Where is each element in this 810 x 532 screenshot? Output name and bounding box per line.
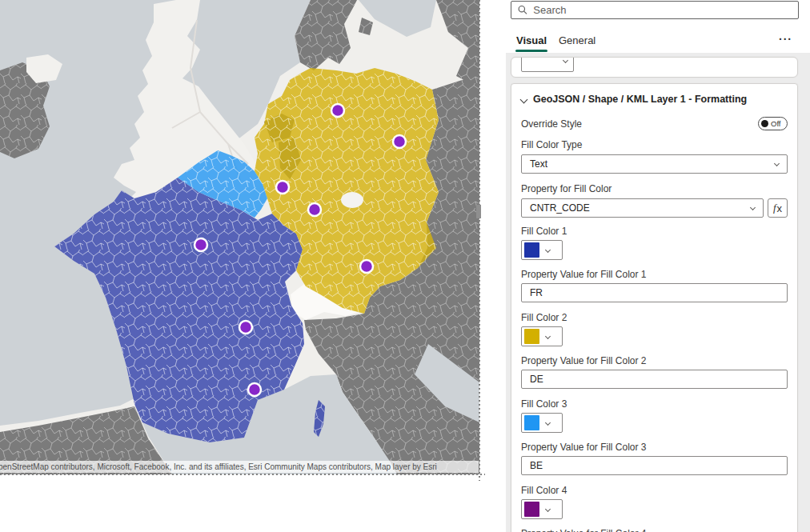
visual-selection-border-right[interactable] bbox=[479, 0, 480, 481]
visual-selection-border-bottom[interactable] bbox=[0, 474, 485, 475]
fill-color-2-label: Fill Color 2 bbox=[521, 312, 788, 323]
tab-general[interactable]: General bbox=[559, 34, 595, 46]
section-title: GeoJSON / Shape / KML Layer 1 - Formatti… bbox=[533, 94, 747, 105]
chevron-down-icon bbox=[545, 247, 551, 253]
property-value-4-label: Property Value for Fill Color 4 bbox=[521, 528, 788, 532]
fill-color-type-label: Fill Color Type bbox=[521, 139, 788, 150]
property-value-1-label: Property Value for Fill Color 1 bbox=[521, 269, 788, 280]
override-style-label: Override Style bbox=[521, 118, 582, 130]
visual-resize-handle[interactable] bbox=[476, 205, 481, 218]
search-box[interactable] bbox=[511, 1, 799, 19]
property-value-2-input[interactable] bbox=[530, 374, 779, 385]
fill-color-3-picker[interactable] bbox=[521, 413, 563, 433]
map-marker[interactable] bbox=[276, 181, 289, 194]
map-marker[interactable] bbox=[194, 238, 207, 251]
collapse-chevron-icon[interactable] bbox=[520, 95, 528, 103]
truncated-dropdown[interactable] bbox=[521, 57, 574, 72]
property-value-1-input[interactable] bbox=[530, 287, 779, 298]
map-marker[interactable] bbox=[308, 203, 321, 216]
property-for-fill-label: Property for Fill Color bbox=[521, 183, 788, 194]
chevron-down-icon bbox=[774, 161, 780, 166]
property-for-fill-dropdown[interactable]: CNTR_CODE bbox=[521, 198, 764, 218]
chevron-down-icon bbox=[750, 205, 756, 210]
property-for-fill-value: CNTR_CODE bbox=[530, 202, 590, 214]
fill-color-4-picker[interactable] bbox=[521, 499, 563, 519]
germany-data-gap bbox=[341, 192, 363, 208]
toggle-state-label: Off bbox=[771, 119, 781, 128]
search-icon bbox=[518, 5, 527, 15]
europe-map[interactable] bbox=[0, 0, 479, 474]
chevron-down-icon bbox=[545, 506, 551, 512]
chevron-down-icon bbox=[563, 58, 568, 63]
format-pane: Visual General ··· GeoJSON / Shape / KML… bbox=[506, 0, 810, 532]
property-value-3-label: Property Value for Fill Color 3 bbox=[521, 442, 788, 453]
fill-color-2-swatch bbox=[524, 329, 539, 344]
fill-color-1-label: Fill Color 1 bbox=[521, 226, 788, 237]
map-marker[interactable] bbox=[393, 135, 406, 148]
formatting-card: GeoJSON / Shape / KML Layer 1 - Formatti… bbox=[511, 83, 798, 532]
scrolled-card-fragment bbox=[511, 57, 798, 78]
toggle-knob bbox=[761, 120, 768, 127]
property-value-3-field bbox=[521, 456, 788, 475]
fx-conditional-format-button[interactable]: fx bbox=[768, 198, 788, 218]
chevron-down-icon bbox=[545, 420, 551, 426]
search-input[interactable] bbox=[533, 4, 792, 16]
fill-color-type-value: Text bbox=[530, 158, 547, 170]
fill-color-3-label: Fill Color 3 bbox=[521, 398, 788, 410]
map-marker[interactable] bbox=[360, 260, 373, 273]
property-value-3-input[interactable] bbox=[530, 460, 779, 471]
map-marker[interactable] bbox=[239, 321, 252, 334]
section-header[interactable]: GeoJSON / Shape / KML Layer 1 - Formatti… bbox=[521, 92, 788, 106]
property-value-2-label: Property Value for Fill Color 2 bbox=[521, 355, 788, 366]
fill-color-2-picker[interactable] bbox=[521, 326, 563, 346]
fx-label: x bbox=[777, 202, 783, 214]
fill-color-3-swatch bbox=[524, 415, 539, 430]
fill-color-4-swatch bbox=[524, 502, 539, 517]
property-value-1-field bbox=[521, 283, 788, 302]
map-visual[interactable]: penStreetMap contributors, Microsoft, Fa… bbox=[0, 0, 479, 474]
tab-visual[interactable]: Visual bbox=[516, 34, 547, 46]
map-marker[interactable] bbox=[248, 383, 261, 396]
override-style-toggle[interactable]: Off bbox=[758, 117, 788, 130]
property-value-2-field bbox=[521, 370, 788, 389]
fill-color-1-picker[interactable] bbox=[521, 240, 563, 260]
fill-color-type-dropdown[interactable]: Text bbox=[521, 154, 788, 174]
format-pane-header: Visual General ··· bbox=[506, 0, 810, 53]
map-attribution: penStreetMap contributors, Microsoft, Fa… bbox=[0, 461, 479, 473]
map-marker[interactable] bbox=[331, 104, 344, 117]
chevron-down-icon bbox=[545, 334, 551, 339]
fill-color-1-swatch bbox=[524, 242, 539, 258]
more-options-icon[interactable]: ··· bbox=[779, 33, 792, 46]
fill-color-4-label: Fill Color 4 bbox=[521, 485, 788, 496]
